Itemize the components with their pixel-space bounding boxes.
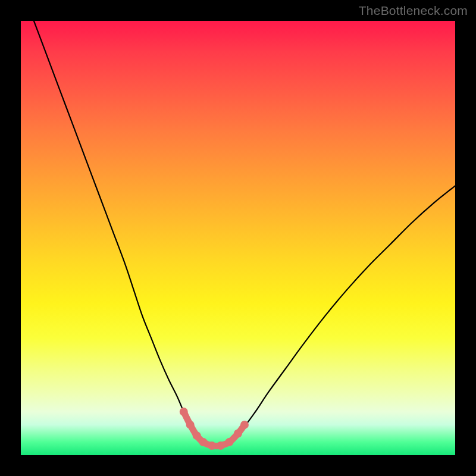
trough-highlight-dot [225, 438, 233, 446]
trough-highlight-dot [180, 408, 188, 416]
watermark-label: TheBottleneck.com [359, 4, 468, 18]
trough-highlight-dot [217, 441, 225, 450]
trough-highlight-curve [184, 412, 245, 446]
bottleneck-curve [34, 21, 455, 446]
trough-highlight-dot [240, 421, 249, 429]
chart-frame: TheBottleneck.com [0, 0, 476, 476]
trough-highlight-dot [186, 421, 195, 429]
trough-highlight-dot [193, 431, 201, 440]
trough-highlight-dot [208, 441, 216, 450]
trough-highlight-dot [234, 430, 242, 438]
trough-highlight-dot [199, 438, 208, 446]
plot-area [21, 21, 455, 455]
chart-svg [21, 21, 455, 455]
